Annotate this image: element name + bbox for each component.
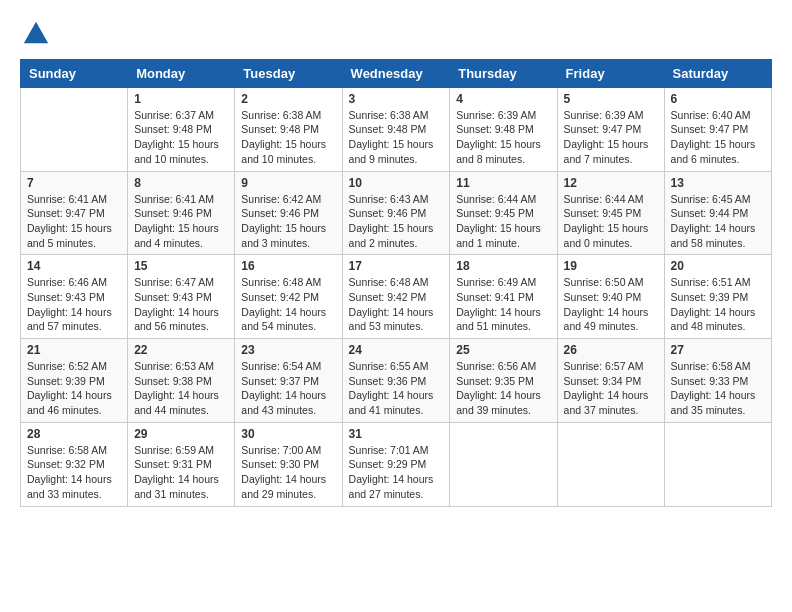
day-number: 2: [241, 92, 335, 106]
day-number: 15: [134, 259, 228, 273]
day-info: Sunrise: 6:54 AM Sunset: 9:37 PM Dayligh…: [241, 359, 335, 418]
day-number: 19: [564, 259, 658, 273]
day-number: 13: [671, 176, 765, 190]
calendar-day-cell: 22Sunrise: 6:53 AM Sunset: 9:38 PM Dayli…: [128, 339, 235, 423]
calendar-day-cell: 18Sunrise: 6:49 AM Sunset: 9:41 PM Dayli…: [450, 255, 557, 339]
day-info: Sunrise: 6:38 AM Sunset: 9:48 PM Dayligh…: [349, 108, 444, 167]
day-number: 22: [134, 343, 228, 357]
day-number: 16: [241, 259, 335, 273]
day-number: 29: [134, 427, 228, 441]
calendar-day-cell: 26Sunrise: 6:57 AM Sunset: 9:34 PM Dayli…: [557, 339, 664, 423]
day-info: Sunrise: 6:57 AM Sunset: 9:34 PM Dayligh…: [564, 359, 658, 418]
calendar-day-cell: 16Sunrise: 6:48 AM Sunset: 9:42 PM Dayli…: [235, 255, 342, 339]
calendar-day-cell: 2Sunrise: 6:38 AM Sunset: 9:48 PM Daylig…: [235, 87, 342, 171]
calendar-day-cell: [664, 422, 771, 506]
calendar-day-cell: 5Sunrise: 6:39 AM Sunset: 9:47 PM Daylig…: [557, 87, 664, 171]
calendar-day-cell: 4Sunrise: 6:39 AM Sunset: 9:48 PM Daylig…: [450, 87, 557, 171]
day-info: Sunrise: 7:01 AM Sunset: 9:29 PM Dayligh…: [349, 443, 444, 502]
day-info: Sunrise: 6:47 AM Sunset: 9:43 PM Dayligh…: [134, 275, 228, 334]
weekday-header-cell: Sunday: [21, 59, 128, 87]
day-info: Sunrise: 6:39 AM Sunset: 9:47 PM Dayligh…: [564, 108, 658, 167]
calendar-day-cell: 19Sunrise: 6:50 AM Sunset: 9:40 PM Dayli…: [557, 255, 664, 339]
day-number: 6: [671, 92, 765, 106]
day-info: Sunrise: 6:58 AM Sunset: 9:33 PM Dayligh…: [671, 359, 765, 418]
calendar-day-cell: 30Sunrise: 7:00 AM Sunset: 9:30 PM Dayli…: [235, 422, 342, 506]
calendar-day-cell: [21, 87, 128, 171]
day-number: 1: [134, 92, 228, 106]
day-info: Sunrise: 6:58 AM Sunset: 9:32 PM Dayligh…: [27, 443, 121, 502]
day-number: 9: [241, 176, 335, 190]
calendar-day-cell: 24Sunrise: 6:55 AM Sunset: 9:36 PM Dayli…: [342, 339, 450, 423]
calendar-day-cell: 17Sunrise: 6:48 AM Sunset: 9:42 PM Dayli…: [342, 255, 450, 339]
day-info: Sunrise: 6:41 AM Sunset: 9:47 PM Dayligh…: [27, 192, 121, 251]
calendar-week-row: 14Sunrise: 6:46 AM Sunset: 9:43 PM Dayli…: [21, 255, 772, 339]
day-info: Sunrise: 6:37 AM Sunset: 9:48 PM Dayligh…: [134, 108, 228, 167]
day-info: Sunrise: 6:55 AM Sunset: 9:36 PM Dayligh…: [349, 359, 444, 418]
weekday-header-row: SundayMondayTuesdayWednesdayThursdayFrid…: [21, 59, 772, 87]
weekday-header-cell: Friday: [557, 59, 664, 87]
day-info: Sunrise: 6:48 AM Sunset: 9:42 PM Dayligh…: [349, 275, 444, 334]
calendar-day-cell: 13Sunrise: 6:45 AM Sunset: 9:44 PM Dayli…: [664, 171, 771, 255]
day-info: Sunrise: 6:50 AM Sunset: 9:40 PM Dayligh…: [564, 275, 658, 334]
day-number: 28: [27, 427, 121, 441]
day-info: Sunrise: 6:53 AM Sunset: 9:38 PM Dayligh…: [134, 359, 228, 418]
calendar-day-cell: 9Sunrise: 6:42 AM Sunset: 9:46 PM Daylig…: [235, 171, 342, 255]
logo-icon: [22, 20, 50, 48]
calendar-day-cell: 12Sunrise: 6:44 AM Sunset: 9:45 PM Dayli…: [557, 171, 664, 255]
calendar-day-cell: 23Sunrise: 6:54 AM Sunset: 9:37 PM Dayli…: [235, 339, 342, 423]
calendar-day-cell: 10Sunrise: 6:43 AM Sunset: 9:46 PM Dayli…: [342, 171, 450, 255]
day-info: Sunrise: 6:44 AM Sunset: 9:45 PM Dayligh…: [564, 192, 658, 251]
day-info: Sunrise: 6:42 AM Sunset: 9:46 PM Dayligh…: [241, 192, 335, 251]
day-number: 18: [456, 259, 550, 273]
calendar-day-cell: [450, 422, 557, 506]
day-number: 12: [564, 176, 658, 190]
day-info: Sunrise: 6:56 AM Sunset: 9:35 PM Dayligh…: [456, 359, 550, 418]
calendar-day-cell: 29Sunrise: 6:59 AM Sunset: 9:31 PM Dayli…: [128, 422, 235, 506]
calendar-week-row: 28Sunrise: 6:58 AM Sunset: 9:32 PM Dayli…: [21, 422, 772, 506]
day-number: 8: [134, 176, 228, 190]
weekday-header-cell: Thursday: [450, 59, 557, 87]
day-info: Sunrise: 6:49 AM Sunset: 9:41 PM Dayligh…: [456, 275, 550, 334]
day-info: Sunrise: 6:46 AM Sunset: 9:43 PM Dayligh…: [27, 275, 121, 334]
calendar-table: SundayMondayTuesdayWednesdayThursdayFrid…: [20, 59, 772, 507]
day-info: Sunrise: 6:59 AM Sunset: 9:31 PM Dayligh…: [134, 443, 228, 502]
day-number: 17: [349, 259, 444, 273]
day-number: 31: [349, 427, 444, 441]
day-info: Sunrise: 6:38 AM Sunset: 9:48 PM Dayligh…: [241, 108, 335, 167]
calendar-day-cell: 25Sunrise: 6:56 AM Sunset: 9:35 PM Dayli…: [450, 339, 557, 423]
weekday-header-cell: Monday: [128, 59, 235, 87]
day-info: Sunrise: 7:00 AM Sunset: 9:30 PM Dayligh…: [241, 443, 335, 502]
day-info: Sunrise: 6:39 AM Sunset: 9:48 PM Dayligh…: [456, 108, 550, 167]
day-info: Sunrise: 6:52 AM Sunset: 9:39 PM Dayligh…: [27, 359, 121, 418]
day-number: 26: [564, 343, 658, 357]
day-number: 24: [349, 343, 444, 357]
day-number: 30: [241, 427, 335, 441]
day-info: Sunrise: 6:40 AM Sunset: 9:47 PM Dayligh…: [671, 108, 765, 167]
day-number: 4: [456, 92, 550, 106]
weekday-header-cell: Wednesday: [342, 59, 450, 87]
weekday-header-cell: Tuesday: [235, 59, 342, 87]
calendar-day-cell: 11Sunrise: 6:44 AM Sunset: 9:45 PM Dayli…: [450, 171, 557, 255]
day-number: 10: [349, 176, 444, 190]
day-info: Sunrise: 6:43 AM Sunset: 9:46 PM Dayligh…: [349, 192, 444, 251]
calendar-day-cell: 20Sunrise: 6:51 AM Sunset: 9:39 PM Dayli…: [664, 255, 771, 339]
calendar-day-cell: 28Sunrise: 6:58 AM Sunset: 9:32 PM Dayli…: [21, 422, 128, 506]
svg-marker-0: [24, 22, 48, 43]
day-number: 5: [564, 92, 658, 106]
day-info: Sunrise: 6:48 AM Sunset: 9:42 PM Dayligh…: [241, 275, 335, 334]
calendar-day-cell: 31Sunrise: 7:01 AM Sunset: 9:29 PM Dayli…: [342, 422, 450, 506]
page-header: [20, 20, 772, 53]
day-info: Sunrise: 6:45 AM Sunset: 9:44 PM Dayligh…: [671, 192, 765, 251]
day-number: 14: [27, 259, 121, 273]
day-number: 27: [671, 343, 765, 357]
calendar-day-cell: 15Sunrise: 6:47 AM Sunset: 9:43 PM Dayli…: [128, 255, 235, 339]
calendar-day-cell: 1Sunrise: 6:37 AM Sunset: 9:48 PM Daylig…: [128, 87, 235, 171]
calendar-day-cell: 3Sunrise: 6:38 AM Sunset: 9:48 PM Daylig…: [342, 87, 450, 171]
calendar-day-cell: 14Sunrise: 6:46 AM Sunset: 9:43 PM Dayli…: [21, 255, 128, 339]
day-info: Sunrise: 6:41 AM Sunset: 9:46 PM Dayligh…: [134, 192, 228, 251]
day-number: 11: [456, 176, 550, 190]
calendar-body: 1Sunrise: 6:37 AM Sunset: 9:48 PM Daylig…: [21, 87, 772, 506]
day-number: 20: [671, 259, 765, 273]
day-info: Sunrise: 6:51 AM Sunset: 9:39 PM Dayligh…: [671, 275, 765, 334]
day-number: 23: [241, 343, 335, 357]
